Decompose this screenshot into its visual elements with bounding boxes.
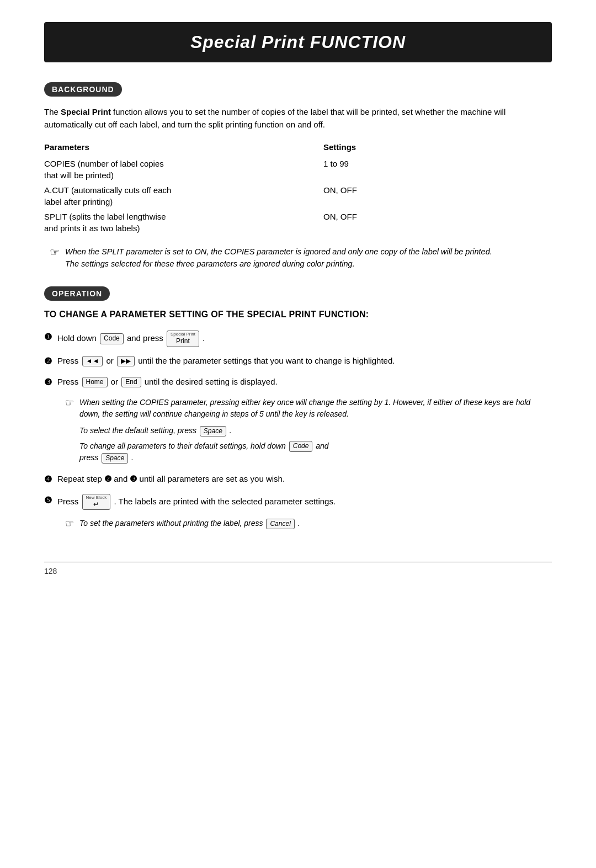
col-params-header: Parameters [44, 141, 323, 156]
step5-note-icon: ☞ [65, 518, 74, 530]
step3-subnote1: To select the default setting, press Spa… [79, 425, 552, 437]
param-copies: COPIES (number of label copiesthat will … [44, 156, 323, 183]
step-4: ❹ Repeat step ❷ and ❸ until all paramete… [44, 473, 552, 486]
step-1-content: Hold down Code and press Special Print P… [57, 331, 552, 347]
table-row: SPLIT (splits the label lengthwiseand pr… [44, 209, 552, 236]
page-footer: 128 [44, 562, 552, 576]
step3-text: Press [57, 377, 81, 386]
key-code-2: Code [289, 441, 313, 452]
key-cancel: Cancel [266, 519, 294, 530]
step-3-num: ❸ [44, 376, 56, 389]
key-home: Home [82, 377, 108, 388]
operation-subheader: TO CHANGE A PARAMETER SETTING OF THE SPE… [44, 310, 552, 319]
setting-copies: 1 to 99 [323, 156, 552, 183]
col-settings-header: Settings [323, 141, 552, 156]
step2-or: or [106, 356, 116, 365]
background-header: BACKGROUND [44, 82, 122, 97]
step5-before: Press [57, 497, 81, 506]
step5-after: . The labels are printed with the select… [114, 497, 336, 506]
step1-text-after: . [203, 333, 205, 343]
step4-and: and [114, 474, 130, 483]
step-2-num: ❷ [44, 355, 56, 368]
step5-note-text: To set the parameters without printing t… [79, 518, 300, 534]
key-print: Special Print Print [167, 331, 199, 347]
step-1: ❶ Hold down Code and press Special Print… [44, 331, 552, 347]
table-row: COPIES (number of label copiesthat will … [44, 156, 552, 183]
key-end: End [121, 377, 141, 388]
step3-note-block: ☞ When setting the COPIES parameter, pre… [65, 397, 552, 467]
step3-or: or [111, 377, 121, 386]
step3-subnote2: To change all parameters to their defaul… [79, 440, 552, 464]
key-space-2: Space [102, 453, 128, 464]
operation-section: OPERATION TO CHANGE A PARAMETER SETTING … [44, 286, 552, 534]
background-note1: ☞ When the SPLIT parameter is set to ON,… [50, 246, 552, 270]
setting-acut: ON, OFF [323, 183, 552, 209]
step5-note-block: ☞ To set the parameters without printing… [65, 518, 552, 534]
param-split: SPLIT (splits the label lengthwiseand pr… [44, 209, 323, 236]
step-5: ❺ Press New Block ↵ . The labels are pri… [44, 494, 552, 510]
step-3-content: Press Home or End until the desired sett… [57, 376, 552, 388]
step-2: ❷ Press ◄◄ or ▶▶ until the the parameter… [44, 355, 552, 368]
step-5-content: Press New Block ↵ . The labels are print… [57, 494, 552, 510]
step-5-num: ❺ [44, 494, 56, 507]
step3-rest: until the desired setting is displayed. [145, 377, 278, 386]
setting-split: ON, OFF [323, 209, 552, 236]
step-3: ❸ Press Home or End until the desired se… [44, 376, 552, 389]
step1-text-before: Hold down [57, 333, 99, 343]
param-acut: A.CUT (automatically cuts off eachlabel … [44, 183, 323, 209]
step5-note: ☞ To set the parameters without printing… [60, 518, 552, 534]
background-intro: The Special Print function allows you to… [44, 105, 552, 131]
step3-subnotes: ☞ When setting the COPIES parameter, pre… [60, 397, 552, 467]
step-1-num: ❶ [44, 331, 56, 344]
key-next: ▶▶ [117, 356, 135, 367]
parameters-table: Parameters Settings COPIES (number of la… [44, 141, 552, 236]
page-title-bar: Special Print FUNCTION [44, 22, 552, 62]
key-prev: ◄◄ [82, 356, 103, 367]
step4-ref2: ❷ [104, 474, 114, 483]
footer-page-number: 128 [44, 567, 57, 576]
key-code: Code [100, 333, 124, 344]
step1-text-mid: and press [127, 333, 166, 343]
key-space-1: Space [200, 426, 226, 437]
step4-rest: until all parameters are set as you wish… [140, 474, 285, 483]
step-2-content: Press ◄◄ or ▶▶ until the the parameter s… [57, 355, 552, 368]
operation-header: OPERATION [44, 286, 110, 301]
step4-ref3: ❸ [130, 474, 139, 483]
step3-note-text: When setting the COPIES parameter, press… [79, 397, 552, 467]
step-4-num: ❹ [44, 473, 56, 486]
step3-note-icon: ☞ [65, 397, 74, 409]
key-newblock: New Block ↵ [82, 494, 111, 510]
background-section: BACKGROUND The Special Print function al… [44, 82, 552, 270]
page-title: Special Print FUNCTION [61, 32, 535, 52]
step2-text: Press [57, 356, 81, 365]
note-icon-1: ☞ [50, 246, 60, 259]
step4-text: Repeat step [57, 474, 102, 483]
step2-rest: until the the parameter settings that yo… [138, 356, 395, 365]
table-row: A.CUT (automatically cuts off eachlabel … [44, 183, 552, 209]
step-4-content: Repeat step ❷ and ❸ until all parameters… [57, 473, 552, 486]
note1-text: When the SPLIT parameter is set to ON, t… [65, 246, 492, 270]
